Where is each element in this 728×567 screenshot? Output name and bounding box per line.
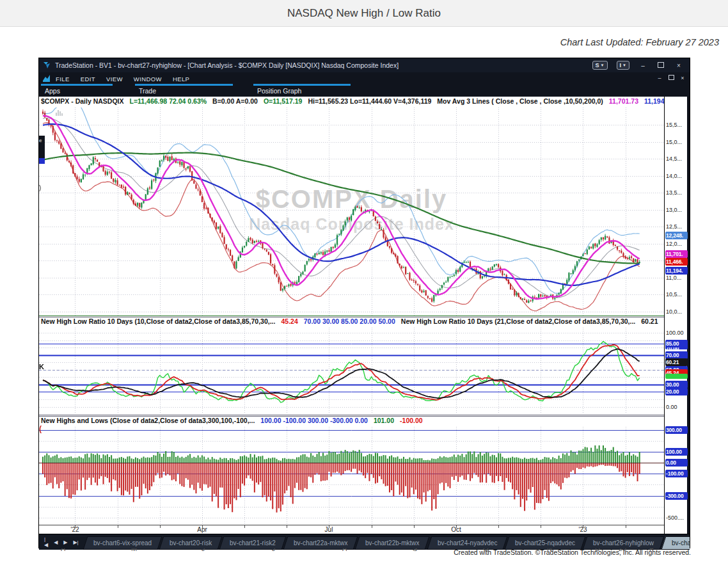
menu-edit[interactable]: EDIT	[81, 76, 95, 83]
close-button[interactable]: ×	[674, 62, 683, 69]
header-value: O=11,517.19	[264, 97, 302, 105]
axis-label: 15,5...	[666, 122, 682, 128]
tab-navigation: |◀◀▶▶|	[39, 534, 85, 550]
clipped-label-artifact: e	[39, 136, 45, 160]
highs-lows-canvas[interactable]	[39, 427, 664, 525]
axis-label: 11,0...	[666, 275, 681, 281]
header-value: 45.24	[281, 317, 297, 325]
price-scale[interactable]: 15,5...15,0...14,5...14,0...13,5...13,0.…	[664, 97, 687, 534]
title-controls: S▼ I▼ – ×	[592, 61, 690, 70]
price-chart-canvas[interactable]	[39, 108, 664, 315]
app-tab-position-graph[interactable]: Position Graph	[253, 84, 351, 95]
axis-label: 10,0...	[666, 308, 682, 315]
header-value: 60.21	[641, 317, 658, 325]
clipped-month-label: F	[649, 548, 654, 554]
header-value: 11,194.3...	[644, 97, 664, 105]
clipped-month-label: A	[342, 548, 347, 554]
symbol-header: $COMPX - Daily NASDQIXL=11,466.98 72.04 …	[39, 97, 664, 108]
close-button[interactable]: ×	[679, 75, 686, 81]
x-axis-tick	[414, 525, 415, 528]
minimize-button[interactable]: –	[656, 75, 663, 81]
workspace-tab-bv-chart21-risk2[interactable]: bv-chart21-risk2	[219, 536, 287, 550]
axis-label: 13,0...	[666, 207, 682, 213]
price-tag: 70.00	[665, 351, 688, 359]
app-tab-trade[interactable]: Trade	[135, 84, 233, 95]
workspace-tab-bv-chart6-vix-spread[interactable]: bv-chart6-vix-spread	[83, 536, 162, 550]
axis-label: 0.00	[666, 404, 677, 410]
restore-button[interactable]	[656, 62, 665, 69]
clipped-month-label: A	[61, 548, 65, 554]
workspace-tab-bv-chart20-risk[interactable]: bv-chart20-risk	[159, 536, 222, 550]
price-tag: 100.00	[665, 448, 688, 456]
axis-label: -500....	[666, 515, 684, 521]
app-tab-apps[interactable]: Apps	[41, 84, 113, 95]
clipped-month-label: O	[483, 548, 489, 554]
header-value: $COMPX - Daily NASDQIX	[41, 97, 124, 105]
price-tag: -300.00	[665, 492, 688, 500]
x-axis-tick	[244, 525, 245, 528]
clipped-month-label: J	[272, 548, 276, 554]
header-value: 70.00 30.00 85.00 20.00 50.00	[304, 317, 395, 325]
page-header: NASDAQ New High / Low Ratio	[0, 0, 728, 27]
tab-nav-button[interactable]: |◀	[44, 536, 48, 548]
tab-nav-button[interactable]: ▶	[63, 539, 67, 545]
tradestation-logo-icon	[43, 61, 51, 69]
price-tag: 20.00	[665, 388, 688, 395]
chevron-down-icon: ▼	[622, 63, 626, 67]
price-tag: 11,194.	[665, 267, 688, 275]
menu-file[interactable]: FILE	[56, 76, 70, 83]
axis-label: 12,5...	[666, 223, 682, 230]
header-value: 101.00	[374, 417, 394, 424]
chart-client-area: $COMPX Daily Nasdaq Composite Index $COM…	[39, 97, 687, 534]
header-value: Mov Avg 3 Lines ( Close , Close , Close …	[437, 97, 603, 105]
clipped-month-label: N	[547, 548, 552, 554]
window-titlebar[interactable]: TradeStation - BV1 - bv-chart27-nyhighlo…	[39, 58, 690, 72]
window-title: TradeStation - BV1 - bv-chart27-nyhighlo…	[55, 61, 399, 69]
axis-label: 100.00	[666, 330, 684, 336]
workspace-tab-bv-chart22a-mktwx[interactable]: bv-chart22a-mktwx	[283, 536, 358, 550]
indicator-button[interactable]: I▼	[617, 61, 629, 70]
strategy-button[interactable]: S▼	[592, 61, 608, 70]
x-axis-label: Oct	[451, 526, 461, 533]
x-axis-label: Apr	[197, 526, 207, 533]
axis-label: 15,0...	[666, 139, 682, 145]
chevron-down-icon: ▼	[601, 63, 605, 67]
clipped-text-artifact: (	[39, 424, 42, 433]
workspace-tabs: bv-chart6-vix-spreadbv-chart20-riskbv-ch…	[85, 536, 690, 550]
menu-help[interactable]: HELP	[173, 76, 189, 83]
header-value: New High Low Ratio 10 Days (10,Close of …	[41, 317, 275, 325]
ratio-indicator-header: New High Low Ratio 10 Days (10,Close of …	[39, 317, 664, 327]
workspace-tab-bv-chart27-nyhighlow[interactable]: bv-chart27-nyhighlow	[661, 536, 690, 550]
page: NASDAQ New High / Low Ratio Chart Last U…	[0, 0, 728, 567]
axis-label: 10,5...	[666, 291, 682, 298]
menu-view[interactable]: VIEW	[106, 76, 123, 83]
workspace-tab-bv-chart22b-mktwx[interactable]: bv-chart22b-mktwx	[355, 536, 430, 550]
axis-label: 13,5...	[666, 189, 682, 196]
menu-items: FILEEDITVIEWWINDOWHELP	[56, 72, 200, 84]
workspace-tab-bv-chart25-nqadvdec[interactable]: bv-chart25-nqadvdec	[505, 536, 586, 550]
tab-nav-button[interactable]: ◀	[54, 539, 58, 545]
header-value: B=0.00 A=0.00	[212, 97, 258, 105]
menu-bar: FILEEDITVIEWWINDOWHELP – ×	[39, 72, 690, 84]
workspace-tab-bv-chart24-nyadvdec[interactable]: bv-chart24-nyadvdec	[427, 536, 507, 550]
menu-window[interactable]: WINDOW	[134, 76, 162, 83]
x-axis: '22AprJulOct'23	[39, 525, 664, 534]
clipped-tag-artifact	[39, 158, 45, 164]
workspace-tab-bv-chart26-nyhighlow[interactable]: bv-chart26-nyhighlow	[583, 536, 665, 550]
clipped-month-label: '23	[617, 548, 626, 554]
clipped-month-label: D	[595, 548, 600, 554]
restore-button[interactable]	[668, 75, 674, 81]
pane-divider[interactable]	[39, 415, 664, 415]
header-value: New High Low Ratio 10 Days (21,Close of …	[401, 317, 635, 325]
ratio-chart-canvas[interactable]	[39, 328, 664, 414]
axis-label: 12,0...	[666, 241, 682, 247]
pane-divider[interactable]	[39, 315, 664, 316]
clipped-text-artifact: )	[39, 184, 41, 191]
restore-icon	[669, 75, 674, 80]
x-axis-tick	[118, 525, 118, 528]
header-value: Hi=11,565.23 Lo=11,444.60 V=4,376,119	[308, 97, 431, 105]
price-tag: 30.00	[665, 381, 688, 388]
app-tab-row: AppsTradePosition Graph	[39, 84, 690, 97]
tab-nav-button[interactable]: ▶|	[73, 539, 78, 545]
minimize-button[interactable]: –	[638, 62, 647, 69]
